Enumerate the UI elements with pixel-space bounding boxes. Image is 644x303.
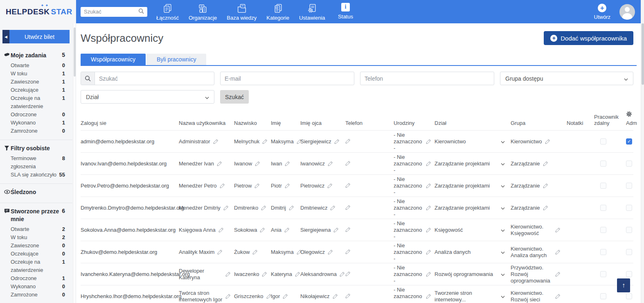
edit-pencil-icon[interactable]	[545, 139, 550, 144]
filter-phone-input[interactable]	[360, 75, 494, 82]
topbar-search-input[interactable]	[84, 9, 138, 15]
admin-checkbox[interactable]	[626, 227, 632, 233]
edit-pencil-icon[interactable]	[213, 139, 218, 144]
admin-checkbox[interactable]	[626, 183, 632, 189]
edit-pencil-icon[interactable]	[543, 183, 548, 188]
sidebar-subitem[interactable]: Terminowe zgłoszenia 8	[0, 154, 76, 171]
edit-pencil-icon[interactable]	[284, 227, 290, 233]
remote-checkbox[interactable]	[600, 161, 606, 167]
edit-pencil-icon[interactable]	[426, 249, 431, 255]
sidebar-subitem[interactable]: Odroczone 0	[0, 111, 76, 119]
sidebar-item-my-tasks[interactable]: Moje zadania 5	[0, 51, 76, 60]
admin-checkbox[interactable]	[626, 271, 632, 277]
edit-pencil-icon[interactable]	[426, 139, 431, 144]
scroll-to-top-button[interactable]: ↑	[617, 278, 630, 292]
edit-pencil-icon[interactable]	[555, 271, 561, 277]
remote-checkbox[interactable]	[600, 205, 606, 211]
edit-pencil-icon[interactable]	[345, 183, 351, 188]
edit-pencil-icon[interactable]	[285, 161, 290, 166]
edit-pencil-icon[interactable]	[254, 183, 260, 188]
sidebar-subitem[interactable]: W toku 1	[0, 70, 76, 78]
filter-search-input[interactable]	[95, 75, 214, 82]
filter-department-select[interactable]: Dział	[81, 90, 214, 104]
edit-pencil-icon[interactable]	[261, 205, 266, 210]
create-ticket-button[interactable]: Utwórz bilet	[9, 30, 70, 43]
logo[interactable]: HELPDESKSTAR ✦ ✦	[0, 0, 76, 23]
edit-pencil-icon[interactable]	[225, 294, 231, 299]
tab-byli-pracownicy[interactable]: Byli pracownicy	[146, 54, 206, 65]
edit-pencil-icon[interactable]	[255, 161, 260, 166]
cell-department[interactable]: Zarządzanie projektami	[435, 161, 511, 167]
sidebar-item-created-by-me[interactable]: Stworzone przeze mnie 6	[0, 207, 76, 224]
sidebar-subitem[interactable]: Odroczone 1	[0, 274, 76, 283]
filter-phone-field[interactable]	[360, 72, 494, 85]
edit-pencil-icon[interactable]	[334, 139, 340, 144]
edit-pencil-icon[interactable]	[333, 227, 339, 233]
cell-department[interactable]: Księgowość	[435, 227, 511, 233]
edit-pencil-icon[interactable]	[295, 271, 300, 277]
edit-pencil-icon[interactable]	[285, 183, 290, 188]
sidebar-item-followed[interactable]: Śledzono	[0, 188, 76, 197]
edit-pencil-icon[interactable]	[217, 249, 223, 255]
sidebar-subitem[interactable]: Wykonano 1	[0, 119, 76, 127]
sidebar-subitem[interactable]: Otwarte 0	[0, 61, 76, 70]
edit-pencil-icon[interactable]	[345, 138, 351, 144]
edit-pencil-icon[interactable]	[543, 205, 548, 210]
edit-pencil-icon[interactable]	[345, 293, 351, 298]
cell-department[interactable]: Analiza danych	[435, 249, 511, 256]
filter-email-field[interactable]	[220, 72, 354, 85]
edit-pencil-icon[interactable]	[555, 294, 561, 299]
sidebar-subitem[interactable]: Oczekujące 0	[0, 250, 76, 258]
remote-checkbox[interactable]	[600, 249, 606, 255]
topbar-item-knowledge-base[interactable]: Baza wiedzy	[227, 3, 257, 21]
edit-pencil-icon[interactable]	[426, 294, 431, 299]
edit-pencil-icon[interactable]	[340, 271, 345, 277]
edit-pencil-icon[interactable]	[328, 249, 333, 255]
edit-pencil-icon[interactable]	[345, 271, 351, 276]
sidebar-subitem[interactable]: Zamrożone 0	[0, 291, 76, 299]
sidebar-collapse-button[interactable]: ◀	[2, 30, 9, 43]
edit-pencil-icon[interactable]	[426, 205, 431, 210]
admin-checkbox[interactable]	[626, 249, 632, 255]
topbar-item-contacts[interactable]: Łączność	[156, 3, 179, 21]
remote-checkbox[interactable]	[600, 293, 606, 299]
edit-pencil-icon[interactable]	[327, 183, 333, 188]
sidebar-subitem[interactable]: W toku 2	[0, 233, 76, 242]
edit-pencil-icon[interactable]	[345, 205, 351, 210]
edit-pencil-icon[interactable]	[345, 249, 351, 254]
sidebar-subitem[interactable]: Zawieszone 0	[0, 242, 76, 250]
remote-checkbox[interactable]	[600, 227, 606, 233]
sidebar-subitem[interactable]: SLA się zakończyło 55	[0, 171, 76, 179]
remote-checkbox[interactable]	[600, 183, 606, 189]
gear-icon[interactable]	[626, 111, 632, 118]
edit-pencil-icon[interactable]	[225, 271, 231, 277]
edit-pencil-icon[interactable]	[426, 161, 431, 166]
edit-pencil-icon[interactable]	[223, 205, 229, 210]
edit-pencil-icon[interactable]	[555, 227, 561, 233]
edit-pencil-icon[interactable]	[426, 183, 431, 188]
edit-pencil-icon[interactable]	[218, 227, 224, 233]
sidebar-subitem[interactable]: Oczekujące 1	[0, 86, 76, 94]
cell-department[interactable]: Tworzenie stron internetowy...	[435, 290, 511, 303]
filter-search-field[interactable]	[81, 72, 214, 85]
cell-department[interactable]: Zarządzanie projektami	[435, 205, 511, 211]
user-avatar[interactable]	[619, 4, 635, 20]
create-button[interactable]: + Utwórz	[594, 4, 610, 20]
cell-department[interactable]: Kierownictwo	[435, 138, 511, 145]
edit-pencil-icon[interactable]	[328, 161, 333, 166]
topbar-item-organizations[interactable]: Organizacje	[189, 3, 217, 21]
sidebar-subitem[interactable]: Oczekuje na zatwierdzenie 1	[0, 94, 76, 111]
admin-checkbox[interactable]	[626, 205, 632, 211]
filter-search-button[interactable]: Szukać	[220, 90, 249, 104]
topbar-item-settings[interactable]: Ustawienia	[299, 3, 325, 21]
edit-pencil-icon[interactable]	[262, 271, 267, 277]
edit-pencil-icon[interactable]	[426, 271, 431, 277]
edit-pencil-icon[interactable]	[330, 205, 336, 210]
add-collaborator-button[interactable]: + Dodać współpracownika	[544, 31, 633, 45]
sidebar-subitem[interactable]: Wykonano 0	[0, 283, 76, 291]
edit-pencil-icon[interactable]	[283, 294, 288, 299]
admin-checkbox[interactable]	[626, 293, 632, 299]
edit-pencil-icon[interactable]	[262, 139, 268, 144]
edit-pencil-icon[interactable]	[289, 205, 294, 210]
topbar-item-status[interactable]: iStatus	[335, 3, 356, 21]
